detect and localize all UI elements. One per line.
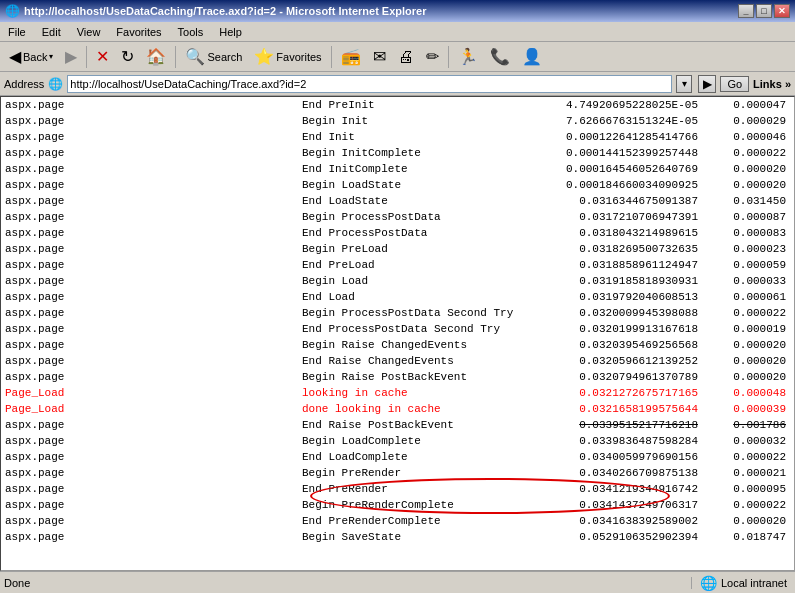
cell-time: 0.000122641285414766 (534, 129, 714, 145)
table-row: aspx.pageBegin Raise ChangedEvents0.0320… (1, 337, 794, 353)
cell-message: Begin InitComplete (294, 145, 534, 161)
search-label: Search (207, 51, 242, 63)
cell-first-from-last: 0.000020 (714, 513, 794, 529)
cell-category: aspx.page (1, 161, 294, 177)
cell-first-from-last: 0.000046 (714, 129, 794, 145)
cell-time: 0.0341219344916742 (534, 481, 714, 497)
cell-message: Begin LoadState (294, 177, 534, 193)
ie-icon: 🌐 (5, 4, 20, 18)
user-icon: 🏃 (458, 47, 478, 66)
mail-icon: ✉ (373, 47, 386, 66)
go-button[interactable]: Go (720, 76, 749, 92)
forward-button[interactable]: ▶ (60, 44, 82, 69)
cell-category: aspx.page (1, 273, 294, 289)
intranet-icon: 🌐 (700, 575, 717, 591)
cell-time: 0.0320794961370789 (534, 369, 714, 385)
status-left: Done (0, 577, 692, 589)
table-row: aspx.pageEnd LoadState0.0316344675091387… (1, 193, 794, 209)
cell-category: aspx.page (1, 145, 294, 161)
cell-first-from-last: 0.000033 (714, 273, 794, 289)
trace-table: aspx.pageEnd PreInit4.74920695228025E-05… (1, 97, 794, 545)
separator-2 (175, 46, 176, 68)
home-button[interactable]: 🏠 (141, 44, 171, 69)
print-button[interactable]: 🖨 (393, 45, 419, 69)
table-row: aspx.pageEnd PreLoad0.03188589611249470.… (1, 257, 794, 273)
extra-icon: 📞 (490, 47, 510, 66)
cell-first-from-last: 0.000021 (714, 465, 794, 481)
address-dropdown-icon[interactable]: ▾ (676, 75, 692, 93)
cell-time: 0.0339836487598284 (534, 433, 714, 449)
menu-view[interactable]: View (73, 25, 105, 39)
media-icon: 📻 (341, 47, 361, 66)
edit-button[interactable]: ✏ (421, 44, 444, 69)
back-dropdown-icon[interactable]: ▾ (49, 52, 53, 61)
search-button[interactable]: 🔍 Search (180, 44, 247, 69)
table-row: aspx.pageEnd ProcessPostData0.0318043214… (1, 225, 794, 241)
title-bar-buttons[interactable]: _ □ ✕ (738, 4, 790, 18)
close-button[interactable]: ✕ (774, 4, 790, 18)
separator-3 (331, 46, 332, 68)
cell-time: 0.0341437249706317 (534, 497, 714, 513)
cell-message: Begin PreLoad (294, 241, 534, 257)
cell-time: 0.0339515217716218 (534, 417, 714, 433)
cell-category: aspx.page (1, 289, 294, 305)
messenger-button[interactable]: 👤 (517, 44, 547, 69)
extra-button[interactable]: 📞 (485, 44, 515, 69)
maximize-button[interactable]: □ (756, 4, 772, 18)
cell-category: aspx.page (1, 481, 294, 497)
title-bar-left: 🌐 http://localhost/UseDataCaching/Trace.… (5, 4, 427, 18)
address-input[interactable] (67, 75, 672, 93)
cell-first-from-last: 0.000059 (714, 257, 794, 273)
cell-time: 0.0318269500732635 (534, 241, 714, 257)
table-row: aspx.pageEnd PreRenderComplete0.03416383… (1, 513, 794, 529)
cell-message: End InitComplete (294, 161, 534, 177)
favorites-label: Favorites (276, 51, 321, 63)
media-button[interactable]: 📻 (336, 44, 366, 69)
cell-message: Begin SaveState (294, 529, 534, 545)
favorites-button[interactable]: ⭐ Favorites (249, 44, 326, 69)
cell-first-from-last: 0.000020 (714, 177, 794, 193)
cell-first-from-last: 0.000020 (714, 369, 794, 385)
refresh-button[interactable]: ↻ (116, 44, 139, 69)
cell-time: 0.0318858961124947 (534, 257, 714, 273)
cell-category: Page_Load (1, 385, 294, 401)
address-go-arrow[interactable]: ▶ (698, 75, 716, 93)
back-button[interactable]: ◀ Back ▾ (4, 44, 58, 69)
cell-first-from-last: 0.000095 (714, 481, 794, 497)
cell-category: aspx.page (1, 305, 294, 321)
cell-message: Begin PreRender (294, 465, 534, 481)
links-label: Links » (753, 78, 791, 90)
separator-1 (86, 46, 87, 68)
cell-time: 0.0341638392589002 (534, 513, 714, 529)
cell-time: 0.000164546052640769 (534, 161, 714, 177)
mail-button[interactable]: ✉ (368, 44, 391, 69)
cell-first-from-last: 0.000022 (714, 145, 794, 161)
menu-help[interactable]: Help (215, 25, 246, 39)
menu-file[interactable]: File (4, 25, 30, 39)
messenger-icon: 👤 (522, 47, 542, 66)
minimize-button[interactable]: _ (738, 4, 754, 18)
table-row: aspx.pageEnd Raise ChangedEvents0.032059… (1, 353, 794, 369)
user-button[interactable]: 🏃 (453, 44, 483, 69)
content-area[interactable]: aspx.pageEnd PreInit4.74920695228025E-05… (0, 96, 795, 571)
back-label: Back (23, 51, 47, 63)
cell-category: aspx.page (1, 353, 294, 369)
menu-edit[interactable]: Edit (38, 25, 65, 39)
search-icon: 🔍 (185, 47, 205, 66)
stop-button[interactable]: ✕ (91, 44, 114, 69)
cell-first-from-last: 0.000032 (714, 433, 794, 449)
cell-time: 0.0318043214989615 (534, 225, 714, 241)
favorites-icon: ⭐ (254, 47, 274, 66)
cell-category: aspx.page (1, 97, 294, 113)
table-row: aspx.pageEnd PreInit4.74920695228025E-05… (1, 97, 794, 113)
cell-message: Begin ProcessPostData Second Try (294, 305, 534, 321)
stop-icon: ✕ (96, 47, 109, 66)
cell-message: End PreInit (294, 97, 534, 113)
cell-first-from-last: 0.031450 (714, 193, 794, 209)
menu-tools[interactable]: Tools (174, 25, 208, 39)
table-row: Page_Loadlooking in cache0.0321272675717… (1, 385, 794, 401)
menu-favorites[interactable]: Favorites (112, 25, 165, 39)
cell-category: aspx.page (1, 241, 294, 257)
cell-message: End Raise PostBackEvent (294, 417, 534, 433)
cell-category: Page_Load (1, 401, 294, 417)
